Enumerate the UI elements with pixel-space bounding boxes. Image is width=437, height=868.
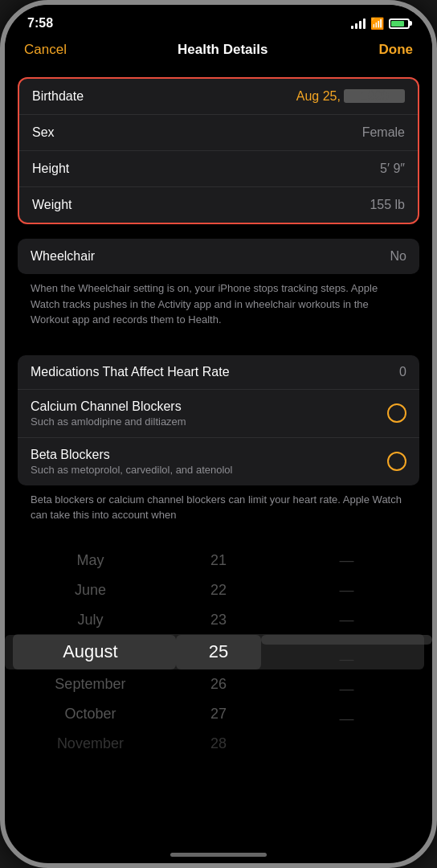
medications-group: Medications That Affect Heart Rate 0 Cal…: [18, 355, 419, 485]
picker-day-26[interactable]: 26: [176, 669, 261, 699]
status-time: 7:58: [27, 16, 53, 31]
sex-value: Female: [362, 125, 405, 140]
birthdate-row[interactable]: Birthdate Aug 25, 1990: [19, 79, 418, 115]
birthdate-value: Aug 25, 1990: [296, 89, 405, 104]
beta-blockers-row[interactable]: Beta Blockers Such as metoprolol, carved…: [18, 438, 419, 485]
picker-month-may[interactable]: May: [5, 546, 176, 575]
year-column[interactable]: — — — — — —: [261, 539, 432, 766]
picker-day-23[interactable]: 23: [176, 605, 261, 635]
signal-icon: [351, 18, 366, 29]
calcium-blockers-row[interactable]: Calcium Channel Blockers Such as amlodip…: [18, 390, 419, 438]
picker-day-27[interactable]: 27: [176, 699, 261, 729]
picker-year-7[interactable]: —: [261, 704, 432, 734]
home-indicator[interactable]: [170, 853, 267, 857]
wifi-icon: 📶: [370, 17, 384, 30]
picker-year-3[interactable]: —: [261, 605, 432, 635]
birthdate-label: Birthdate: [32, 89, 84, 104]
health-info-group: Birthdate Aug 25, 1990 Sex Female Height…: [18, 77, 419, 224]
page-title: Health Details: [178, 42, 268, 58]
picker-month-nov[interactable]: November: [5, 729, 176, 759]
content-area: Birthdate Aug 25, 1990 Sex Female Height…: [5, 68, 432, 770]
calcium-blockers-label: Calcium Channel Blockers: [31, 399, 186, 414]
medications-count: 0: [399, 365, 406, 379]
picker-wheel[interactable]: May June July August September October N…: [5, 539, 432, 766]
phone-frame: 7:58 📶 Cancel Health Details Done: [0, 0, 437, 868]
cancel-button[interactable]: Cancel: [24, 42, 67, 58]
weight-label: Weight: [32, 198, 72, 212]
day-column[interactable]: 21 22 23 25 26 27 28: [176, 539, 261, 766]
medications-header-row[interactable]: Medications That Affect Heart Rate 0: [18, 355, 419, 390]
phone-screen: 7:58 📶 Cancel Health Details Done: [5, 5, 432, 863]
picker-month-sep[interactable]: September: [5, 669, 176, 699]
height-row[interactable]: Height 5′ 9″: [19, 151, 418, 187]
weight-row[interactable]: Weight 155 lb: [19, 187, 418, 223]
notch: [170, 5, 267, 16]
calcium-blockers-info: Calcium Channel Blockers Such as amlodip…: [31, 399, 186, 428]
done-button[interactable]: Done: [378, 42, 413, 58]
wheelchair-value: No: [390, 249, 406, 264]
picker-day-28[interactable]: 28: [176, 729, 261, 759]
wheelchair-label: Wheelchair: [31, 249, 95, 264]
sex-label: Sex: [32, 125, 55, 140]
height-label: Height: [32, 162, 69, 176]
calcium-blockers-toggle[interactable]: [387, 403, 406, 423]
medications-header-label: Medications That Affect Heart Rate: [31, 365, 230, 379]
picker-day-22[interactable]: 22: [176, 575, 261, 605]
nav-bar: Cancel Health Details Done: [5, 35, 432, 68]
weight-value: 155 lb: [370, 198, 405, 212]
wheelchair-description: When the Wheelchair setting is on, your …: [18, 274, 419, 339]
picker-month-july[interactable]: July: [5, 605, 176, 635]
wheelchair-row[interactable]: Wheelchair No: [18, 239, 419, 274]
calcium-blockers-sublabel: Such as amlodipine and diltiazem: [31, 416, 186, 428]
picker-year-5[interactable]: —: [261, 645, 432, 674]
picker-year-1[interactable]: —: [261, 546, 432, 575]
medications-description: Beta blockers or calcium channel blocker…: [18, 485, 419, 534]
picker-month-oct[interactable]: October: [5, 699, 176, 729]
battery-icon: [389, 18, 410, 29]
picker-day-25[interactable]: 25: [176, 635, 261, 669]
picker-year-6[interactable]: —: [261, 674, 432, 704]
month-column[interactable]: May June July August September October N…: [5, 539, 176, 766]
beta-blockers-info: Beta Blockers Such as metoprolol, carved…: [31, 448, 232, 476]
picker-year-2[interactable]: —: [261, 575, 432, 605]
picker-day-21[interactable]: 21: [176, 546, 261, 575]
beta-blockers-toggle[interactable]: [387, 452, 406, 471]
picker-month-june[interactable]: June: [5, 575, 176, 605]
sex-row[interactable]: Sex Female: [19, 115, 418, 151]
height-value: 5′ 9″: [380, 162, 405, 176]
wheelchair-group: Wheelchair No: [18, 239, 419, 274]
date-picker[interactable]: May June July August September October N…: [5, 534, 432, 771]
picker-year-selected[interactable]: [261, 635, 432, 645]
status-icons: 📶: [351, 17, 410, 30]
picker-month-august[interactable]: August: [5, 635, 176, 669]
beta-blockers-sublabel: Such as metoprolol, carvedilol, and aten…: [31, 464, 232, 476]
beta-blockers-label: Beta Blockers: [31, 448, 232, 462]
